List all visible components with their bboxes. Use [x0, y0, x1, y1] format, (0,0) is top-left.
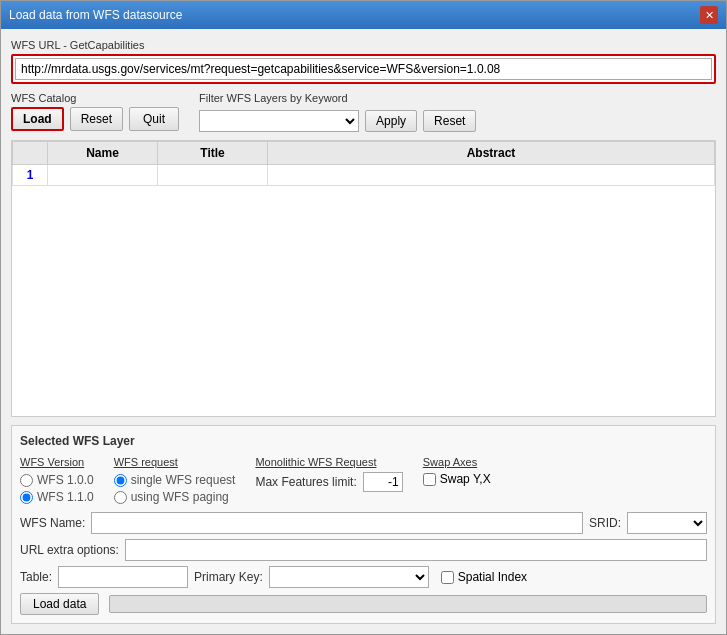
- wfs-version-100-text: WFS 1.0.0: [37, 473, 94, 487]
- monolithic-group: Monolithic WFS Request Max Features limi…: [255, 456, 402, 492]
- paging-request-radio[interactable]: [114, 491, 127, 504]
- srid-select[interactable]: [627, 512, 707, 534]
- spatial-index-text: Spatial Index: [458, 570, 527, 584]
- load-button[interactable]: Load: [11, 107, 64, 131]
- max-features-row: Max Features limit:: [255, 472, 402, 492]
- filter-label: Filter WFS Layers by Keyword: [199, 92, 348, 104]
- swap-yx-checkbox[interactable]: [423, 473, 436, 486]
- wfs-request-group: WFS request single WFS request using WFS…: [114, 456, 236, 504]
- wfs-version-title: WFS Version: [20, 456, 94, 468]
- close-button[interactable]: ✕: [700, 6, 718, 24]
- wfs-request-title: WFS request: [114, 456, 236, 468]
- wfs-name-row: WFS Name: SRID:: [20, 512, 707, 534]
- wfs-version-100-label[interactable]: WFS 1.0.0: [20, 473, 94, 487]
- paging-request-text: using WFS paging: [131, 490, 229, 504]
- wfs-version-group: WFS Version WFS 1.0.0 WFS 1.1.0: [20, 456, 94, 504]
- wfs-version-110-radio[interactable]: [20, 491, 33, 504]
- url-section: WFS URL - GetCapabilities: [11, 39, 716, 84]
- filter-row: Apply Reset: [199, 110, 476, 132]
- swap-group: Swap Axes Swap Y,X: [423, 456, 491, 486]
- wfs-version-100-radio[interactable]: [20, 474, 33, 487]
- quit-button[interactable]: Quit: [129, 107, 179, 131]
- wfs-catalog-group: WFS Catalog Load Reset Quit: [11, 92, 179, 131]
- wfs-name-input[interactable]: [91, 512, 583, 534]
- filter-reset-button[interactable]: Reset: [423, 110, 476, 132]
- layers-table-area: Name Title Abstract 1: [11, 140, 716, 417]
- layers-table: Name Title Abstract 1: [12, 141, 715, 186]
- wfs-catalog-label: WFS Catalog: [11, 92, 76, 104]
- url-extra-row: URL extra options:: [20, 539, 707, 561]
- spatial-index-checkbox[interactable]: [441, 571, 454, 584]
- single-request-label[interactable]: single WFS request: [114, 473, 236, 487]
- table-row[interactable]: 1: [13, 165, 715, 186]
- window-title: Load data from WFS datasource: [9, 8, 182, 22]
- url-extra-input[interactable]: [125, 539, 707, 561]
- table-header-row: Name Title Abstract: [13, 142, 715, 165]
- srid-label: SRID:: [589, 516, 621, 530]
- selected-layer-section: Selected WFS Layer WFS Version WFS 1.0.0…: [11, 425, 716, 624]
- primary-key-select[interactable]: [269, 566, 429, 588]
- table-label: Table:: [20, 570, 52, 584]
- col-header-abstract: Abstract: [268, 142, 715, 165]
- max-features-label: Max Features limit:: [255, 475, 356, 489]
- layer-options-row: WFS Version WFS 1.0.0 WFS 1.1.0 WFS requ…: [20, 456, 707, 504]
- filter-group: Filter WFS Layers by Keyword Apply Reset: [199, 92, 716, 132]
- load-data-button[interactable]: Load data: [20, 593, 99, 615]
- table-input[interactable]: [58, 566, 188, 588]
- catalog-filter-row: WFS Catalog Load Reset Quit Filter WFS L…: [11, 92, 716, 132]
- content-area: WFS URL - GetCapabilities WFS Catalog Lo…: [1, 29, 726, 634]
- single-request-radio[interactable]: [114, 474, 127, 487]
- titlebar: Load data from WFS datasource ✕: [1, 1, 726, 29]
- paging-request-label[interactable]: using WFS paging: [114, 490, 236, 504]
- url-extra-label: URL extra options:: [20, 543, 119, 557]
- swap-title: Swap Axes: [423, 456, 491, 468]
- wfs-version-110-label[interactable]: WFS 1.1.0: [20, 490, 94, 504]
- swap-yx-label[interactable]: Swap Y,X: [423, 472, 491, 486]
- url-input[interactable]: [15, 58, 712, 80]
- row-title: [158, 165, 268, 186]
- swap-yx-text: Swap Y,X: [440, 472, 491, 486]
- max-features-input[interactable]: [363, 472, 403, 492]
- spatial-index-label[interactable]: Spatial Index: [441, 570, 527, 584]
- row-num: 1: [13, 165, 48, 186]
- single-request-text: single WFS request: [131, 473, 236, 487]
- table-row-form: Table: Primary Key: Spatial Index: [20, 566, 707, 588]
- filter-select[interactable]: [199, 110, 359, 132]
- url-box: [11, 54, 716, 84]
- progress-bar: [109, 595, 707, 613]
- primary-key-label: Primary Key:: [194, 570, 263, 584]
- apply-button[interactable]: Apply: [365, 110, 417, 132]
- row-abstract: [268, 165, 715, 186]
- col-header-name: Name: [48, 142, 158, 165]
- selected-layer-title: Selected WFS Layer: [20, 434, 707, 448]
- wfs-name-label: WFS Name:: [20, 516, 85, 530]
- row-name: [48, 165, 158, 186]
- reset-button[interactable]: Reset: [70, 107, 123, 131]
- monolithic-title: Monolithic WFS Request: [255, 456, 402, 468]
- col-header-title: Title: [158, 142, 268, 165]
- catalog-buttons: Load Reset Quit: [11, 107, 179, 131]
- wfs-version-110-text: WFS 1.1.0: [37, 490, 94, 504]
- main-window: Load data from WFS datasource ✕ WFS URL …: [0, 0, 727, 635]
- url-section-label: WFS URL - GetCapabilities: [11, 39, 716, 51]
- col-header-num: [13, 142, 48, 165]
- bottom-row: Load data: [20, 593, 707, 615]
